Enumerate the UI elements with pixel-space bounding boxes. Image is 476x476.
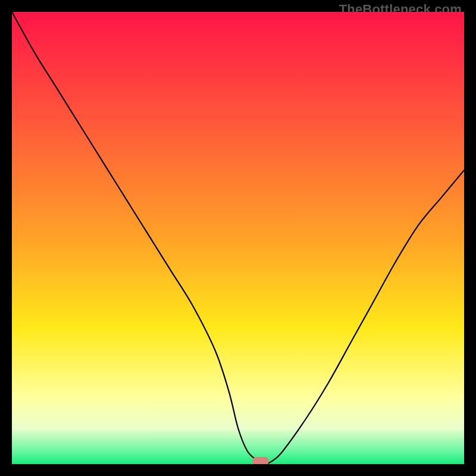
optimal-marker: [252, 457, 269, 464]
curve-layer: [12, 12, 464, 464]
bottleneck-curve: [12, 12, 464, 464]
chart-frame: TheBottleneck.com: [0, 0, 476, 476]
plot-area: [12, 12, 464, 464]
